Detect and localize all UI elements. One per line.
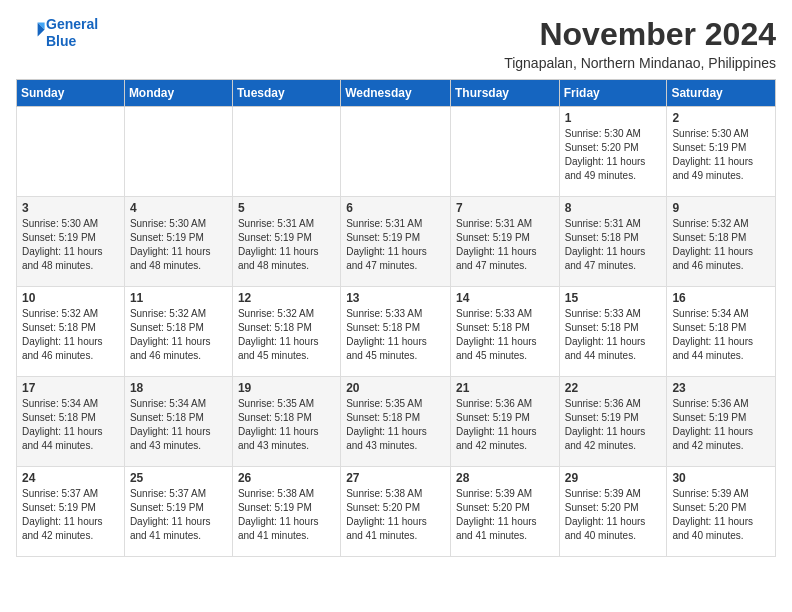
day-cell: 16Sunrise: 5:34 AMSunset: 5:18 PMDayligh…	[667, 287, 776, 377]
title-block: November 2024 Tignapalan, Northern Minda…	[504, 16, 776, 71]
month-title: November 2024	[504, 16, 776, 53]
day-cell: 1Sunrise: 5:30 AMSunset: 5:20 PMDaylight…	[559, 107, 667, 197]
day-number: 15	[565, 291, 662, 305]
col-header-wednesday: Wednesday	[341, 80, 451, 107]
day-cell: 29Sunrise: 5:39 AMSunset: 5:20 PMDayligh…	[559, 467, 667, 557]
day-cell: 24Sunrise: 5:37 AMSunset: 5:19 PMDayligh…	[17, 467, 125, 557]
day-cell: 19Sunrise: 5:35 AMSunset: 5:18 PMDayligh…	[232, 377, 340, 467]
day-number: 17	[22, 381, 119, 395]
day-cell: 26Sunrise: 5:38 AMSunset: 5:19 PMDayligh…	[232, 467, 340, 557]
day-number: 9	[672, 201, 770, 215]
day-info: Sunrise: 5:33 AMSunset: 5:18 PMDaylight:…	[456, 307, 554, 363]
day-info: Sunrise: 5:37 AMSunset: 5:19 PMDaylight:…	[22, 487, 119, 543]
day-cell: 30Sunrise: 5:39 AMSunset: 5:20 PMDayligh…	[667, 467, 776, 557]
day-cell: 14Sunrise: 5:33 AMSunset: 5:18 PMDayligh…	[450, 287, 559, 377]
logo-line1: General	[46, 16, 98, 32]
day-info: Sunrise: 5:32 AMSunset: 5:18 PMDaylight:…	[130, 307, 227, 363]
col-header-thursday: Thursday	[450, 80, 559, 107]
day-info: Sunrise: 5:37 AMSunset: 5:19 PMDaylight:…	[130, 487, 227, 543]
col-header-tuesday: Tuesday	[232, 80, 340, 107]
day-info: Sunrise: 5:30 AMSunset: 5:20 PMDaylight:…	[565, 127, 662, 183]
day-cell: 20Sunrise: 5:35 AMSunset: 5:18 PMDayligh…	[341, 377, 451, 467]
day-info: Sunrise: 5:35 AMSunset: 5:18 PMDaylight:…	[346, 397, 445, 453]
day-cell: 9Sunrise: 5:32 AMSunset: 5:18 PMDaylight…	[667, 197, 776, 287]
day-number: 5	[238, 201, 335, 215]
logo: General Blue	[16, 16, 98, 50]
day-number: 18	[130, 381, 227, 395]
day-cell: 3Sunrise: 5:30 AMSunset: 5:19 PMDaylight…	[17, 197, 125, 287]
day-number: 3	[22, 201, 119, 215]
day-cell: 10Sunrise: 5:32 AMSunset: 5:18 PMDayligh…	[17, 287, 125, 377]
day-info: Sunrise: 5:36 AMSunset: 5:19 PMDaylight:…	[565, 397, 662, 453]
day-number: 13	[346, 291, 445, 305]
day-info: Sunrise: 5:39 AMSunset: 5:20 PMDaylight:…	[456, 487, 554, 543]
day-number: 20	[346, 381, 445, 395]
week-row-2: 3Sunrise: 5:30 AMSunset: 5:19 PMDaylight…	[17, 197, 776, 287]
day-cell: 18Sunrise: 5:34 AMSunset: 5:18 PMDayligh…	[124, 377, 232, 467]
header-row: SundayMondayTuesdayWednesdayThursdayFrid…	[17, 80, 776, 107]
day-cell: 17Sunrise: 5:34 AMSunset: 5:18 PMDayligh…	[17, 377, 125, 467]
week-row-5: 24Sunrise: 5:37 AMSunset: 5:19 PMDayligh…	[17, 467, 776, 557]
week-row-3: 10Sunrise: 5:32 AMSunset: 5:18 PMDayligh…	[17, 287, 776, 377]
day-info: Sunrise: 5:39 AMSunset: 5:20 PMDaylight:…	[565, 487, 662, 543]
day-info: Sunrise: 5:32 AMSunset: 5:18 PMDaylight:…	[22, 307, 119, 363]
day-number: 19	[238, 381, 335, 395]
day-cell: 13Sunrise: 5:33 AMSunset: 5:18 PMDayligh…	[341, 287, 451, 377]
day-cell	[124, 107, 232, 197]
day-info: Sunrise: 5:34 AMSunset: 5:18 PMDaylight:…	[130, 397, 227, 453]
day-number: 7	[456, 201, 554, 215]
day-info: Sunrise: 5:36 AMSunset: 5:19 PMDaylight:…	[672, 397, 770, 453]
col-header-friday: Friday	[559, 80, 667, 107]
day-cell: 6Sunrise: 5:31 AMSunset: 5:19 PMDaylight…	[341, 197, 451, 287]
day-number: 24	[22, 471, 119, 485]
day-number: 26	[238, 471, 335, 485]
day-info: Sunrise: 5:36 AMSunset: 5:19 PMDaylight:…	[456, 397, 554, 453]
day-info: Sunrise: 5:31 AMSunset: 5:19 PMDaylight:…	[346, 217, 445, 273]
day-number: 30	[672, 471, 770, 485]
day-cell: 8Sunrise: 5:31 AMSunset: 5:18 PMDaylight…	[559, 197, 667, 287]
day-cell	[17, 107, 125, 197]
day-number: 29	[565, 471, 662, 485]
week-row-4: 17Sunrise: 5:34 AMSunset: 5:18 PMDayligh…	[17, 377, 776, 467]
logo-text: General Blue	[46, 16, 98, 50]
day-info: Sunrise: 5:34 AMSunset: 5:18 PMDaylight:…	[22, 397, 119, 453]
day-cell: 2Sunrise: 5:30 AMSunset: 5:19 PMDaylight…	[667, 107, 776, 197]
logo-line2: Blue	[46, 33, 76, 49]
day-info: Sunrise: 5:32 AMSunset: 5:18 PMDaylight:…	[238, 307, 335, 363]
day-cell: 15Sunrise: 5:33 AMSunset: 5:18 PMDayligh…	[559, 287, 667, 377]
day-cell: 4Sunrise: 5:30 AMSunset: 5:19 PMDaylight…	[124, 197, 232, 287]
day-cell: 25Sunrise: 5:37 AMSunset: 5:19 PMDayligh…	[124, 467, 232, 557]
day-number: 4	[130, 201, 227, 215]
day-number: 2	[672, 111, 770, 125]
day-number: 27	[346, 471, 445, 485]
day-number: 16	[672, 291, 770, 305]
page-header: General Blue November 2024 Tignapalan, N…	[16, 16, 776, 71]
day-cell: 22Sunrise: 5:36 AMSunset: 5:19 PMDayligh…	[559, 377, 667, 467]
logo-icon	[18, 17, 46, 45]
day-number: 21	[456, 381, 554, 395]
day-info: Sunrise: 5:33 AMSunset: 5:18 PMDaylight:…	[565, 307, 662, 363]
day-number: 23	[672, 381, 770, 395]
week-row-1: 1Sunrise: 5:30 AMSunset: 5:20 PMDaylight…	[17, 107, 776, 197]
col-header-saturday: Saturday	[667, 80, 776, 107]
day-info: Sunrise: 5:39 AMSunset: 5:20 PMDaylight:…	[672, 487, 770, 543]
day-cell: 28Sunrise: 5:39 AMSunset: 5:20 PMDayligh…	[450, 467, 559, 557]
day-number: 10	[22, 291, 119, 305]
day-info: Sunrise: 5:38 AMSunset: 5:19 PMDaylight:…	[238, 487, 335, 543]
day-number: 6	[346, 201, 445, 215]
day-info: Sunrise: 5:31 AMSunset: 5:19 PMDaylight:…	[238, 217, 335, 273]
day-cell: 12Sunrise: 5:32 AMSunset: 5:18 PMDayligh…	[232, 287, 340, 377]
day-number: 22	[565, 381, 662, 395]
day-number: 12	[238, 291, 335, 305]
day-cell	[450, 107, 559, 197]
day-info: Sunrise: 5:38 AMSunset: 5:20 PMDaylight:…	[346, 487, 445, 543]
col-header-monday: Monday	[124, 80, 232, 107]
day-number: 14	[456, 291, 554, 305]
day-info: Sunrise: 5:30 AMSunset: 5:19 PMDaylight:…	[130, 217, 227, 273]
day-cell	[341, 107, 451, 197]
day-info: Sunrise: 5:35 AMSunset: 5:18 PMDaylight:…	[238, 397, 335, 453]
col-header-sunday: Sunday	[17, 80, 125, 107]
day-cell: 27Sunrise: 5:38 AMSunset: 5:20 PMDayligh…	[341, 467, 451, 557]
day-number: 8	[565, 201, 662, 215]
day-cell: 7Sunrise: 5:31 AMSunset: 5:19 PMDaylight…	[450, 197, 559, 287]
